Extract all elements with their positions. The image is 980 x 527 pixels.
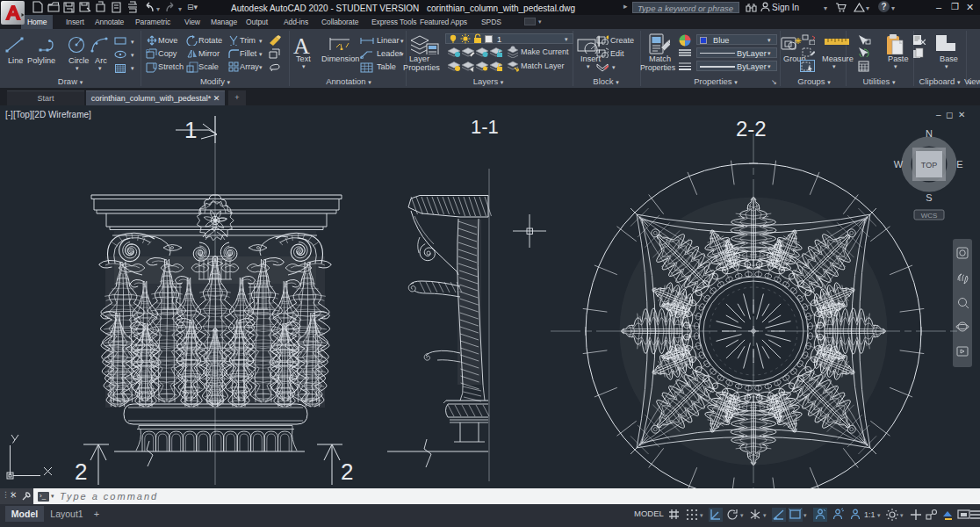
svg-text:▾: ▾ <box>763 512 767 518</box>
svg-text:2: 2 <box>75 458 87 485</box>
svg-text:[-][Top][2D Wireframe]: [-][Top][2D Wireframe] <box>5 110 91 119</box>
svg-text:WCS: WCS <box>921 212 938 220</box>
svg-text:▾: ▾ <box>900 512 904 518</box>
svg-text:2: 2 <box>341 458 353 485</box>
svg-text:N: N <box>926 128 933 139</box>
svg-text:O: O <box>146 48 150 54</box>
svg-text:▾: ▾ <box>803 512 807 518</box>
svg-text:1:1: 1:1 <box>864 510 876 519</box>
svg-text:TOP: TOP <box>921 161 937 170</box>
svg-text:S: S <box>926 192 932 203</box>
svg-text:2-2: 2-2 <box>736 117 767 141</box>
svg-text:– ◻ ✕: – ◻ ✕ <box>936 110 965 119</box>
svg-text:▾: ▾ <box>700 512 703 518</box>
svg-text:1-1: 1-1 <box>471 116 499 138</box>
svg-text:W: W <box>894 159 904 170</box>
svg-text:▾: ▾ <box>740 512 744 518</box>
svg-text:E: E <box>956 159 962 170</box>
svg-text:▾: ▾ <box>877 512 881 518</box>
